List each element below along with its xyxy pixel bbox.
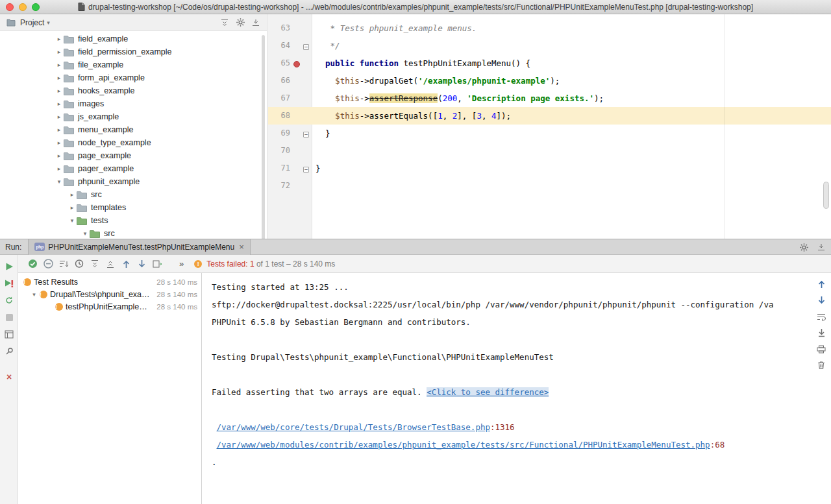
chevron-right-icon[interactable]: ▸ [68, 204, 77, 211]
chevron-right-icon[interactable]: ▸ [55, 36, 64, 42]
chevron-down-icon[interactable]: ▾ [55, 178, 64, 185]
project-tree-item[interactable]: ▸menu_example [0, 123, 262, 136]
test-history-icon[interactable] [152, 259, 162, 269]
close-tab-icon[interactable]: × [239, 242, 244, 252]
editor-line[interactable]: 72 [268, 177, 831, 195]
editor-gutter: 66 [268, 72, 312, 90]
close-run-panel-icon[interactable]: × [4, 372, 14, 382]
project-tree-item[interactable]: ▾src [0, 227, 262, 239]
project-tree-item[interactable]: ▸hooks_example [0, 84, 262, 97]
minimize-window-button[interactable] [19, 3, 27, 11]
hide-run-panel-icon[interactable] [817, 243, 826, 252]
editor[interactable]: 63 * Tests phpunit_example menus.64− */6… [268, 14, 831, 239]
down-stack-trace-icon[interactable] [816, 295, 826, 306]
editor-line[interactable]: 63 * Tests phpunit_example menus. [268, 19, 831, 37]
project-tree-item[interactable]: ▾phpunit_example [0, 175, 262, 188]
chevron-right-icon[interactable]: ▸ [68, 191, 77, 198]
print-icon[interactable] [816, 344, 826, 354]
fold-icon[interactable]: − [303, 132, 309, 138]
hide-passed-icon[interactable] [27, 259, 38, 269]
window-controls [6, 3, 40, 11]
project-tree-item[interactable]: ▸form_api_example [0, 71, 262, 84]
console-link[interactable]: /var/www/web/core/tests/Drupal/Tests/Bro… [217, 422, 490, 432]
code-token: */ [316, 41, 340, 51]
run-label: Run: [5, 243, 21, 252]
console[interactable]: Testing started at 13:25 ...sftp://docke… [203, 273, 831, 504]
up-stack-trace-icon[interactable] [816, 279, 826, 289]
test-tree-row[interactable]: ▾!Drupal\Tests\phpunit_example28 s 140 m… [18, 288, 201, 300]
overflow-chevrons-icon[interactable]: » [179, 259, 184, 269]
project-tree-item[interactable]: ▸field_example [0, 32, 262, 45]
editor-line[interactable]: 67 $this->assertResponse(200, 'Descripti… [268, 90, 831, 107]
chevron-down-icon[interactable]: ▾ [68, 217, 77, 224]
titlebar: drupal-testing-workshop [~/Code/os/drupa… [0, 0, 831, 14]
project-tree-item[interactable]: ▸page_example [0, 149, 262, 162]
failed-test-gutter-icon[interactable] [293, 61, 300, 67]
run-settings-gear-icon[interactable] [799, 243, 809, 252]
sort-by-duration-icon[interactable] [74, 259, 84, 269]
rerun-button[interactable] [4, 261, 14, 272]
chevron-right-icon[interactable]: ▸ [55, 49, 64, 55]
scroll-to-end-icon[interactable] [816, 328, 826, 338]
editor-line[interactable]: 70 [268, 142, 831, 160]
editor-line[interactable]: 65 public function testPhpUnitExampleMen… [268, 54, 831, 72]
console-text: Failed asserting that two arrays are equ… [212, 387, 427, 397]
pin-tab-icon[interactable] [4, 346, 14, 356]
project-tree-item[interactable]: ▸file_example [0, 58, 262, 71]
project-tree-item[interactable]: ▸src [0, 188, 262, 201]
editor-scrollbar[interactable] [823, 182, 829, 209]
editor-line[interactable]: 71−} [268, 160, 831, 177]
soft-wrap-icon[interactable] [816, 311, 826, 322]
project-tree-item[interactable]: ▾tests [0, 214, 262, 227]
sort-alphabetically-icon[interactable] [58, 259, 69, 269]
project-tree-item[interactable]: ▸templates [0, 201, 262, 214]
editor-line[interactable]: 66 $this->drupalGet('/examples/phpunit-e… [268, 72, 831, 90]
hide-panel-icon[interactable] [250, 17, 262, 29]
chevron-down-icon[interactable]: ▾ [47, 19, 50, 26]
test-tree-row[interactable]: !Test Results28 s 140 ms [18, 276, 201, 288]
chevron-right-icon[interactable]: ▸ [55, 114, 64, 120]
clear-console-icon[interactable] [816, 360, 826, 370]
project-tree-item[interactable]: ▸field_permission_example [0, 45, 262, 58]
fold-icon[interactable]: − [303, 167, 309, 173]
run-tab[interactable]: php PHPUnitExampleMenuTest.testPhpUnitEx… [28, 239, 250, 255]
chevron-down-icon[interactable]: ▾ [81, 230, 90, 237]
show-ignored-icon[interactable] [43, 259, 53, 269]
chevron-right-icon[interactable]: ▸ [55, 62, 64, 68]
chevron-right-icon[interactable]: ▸ [55, 101, 64, 107]
fold-icon[interactable]: − [303, 44, 309, 50]
settings-gear-icon[interactable] [234, 17, 246, 29]
test-tree-row[interactable]: !testPhpUnitExampleMenu28 s 140 ms [18, 300, 201, 313]
console-link[interactable]: /var/www/web/modules/contrib/examples/ph… [217, 440, 710, 450]
chevron-right-icon[interactable]: ▸ [55, 139, 64, 146]
rerun-failed-tests-button[interactable] [4, 278, 14, 289]
stop-button[interactable] [4, 312, 14, 322]
close-window-button[interactable] [6, 3, 14, 11]
chevron-right-icon[interactable]: ▸ [55, 126, 64, 133]
chevron-right-icon[interactable]: ▸ [55, 165, 64, 172]
chevron-right-icon[interactable]: ▸ [55, 88, 64, 94]
zoom-window-button[interactable] [32, 3, 40, 11]
project-tree-item[interactable]: ▸pager_example [0, 162, 262, 175]
console-link[interactable]: <Click to see difference> [427, 387, 549, 397]
previous-failed-icon[interactable] [121, 259, 131, 269]
editor-line[interactable]: 64− */ [268, 37, 831, 54]
editor-line[interactable]: 69− } [268, 125, 831, 142]
project-tree-item[interactable]: ▸js_example [0, 110, 262, 123]
next-failed-icon[interactable] [136, 259, 147, 269]
project-panel-title[interactable]: Project [20, 18, 44, 27]
restore-layout-icon[interactable] [4, 329, 14, 339]
project-scrollbar[interactable] [262, 35, 265, 239]
expand-all-icon[interactable] [90, 259, 100, 269]
chevron-right-icon[interactable]: ▸ [55, 152, 64, 159]
collapse-all-icon[interactable] [105, 259, 116, 269]
collapse-all-icon[interactable] [219, 17, 230, 29]
chevron-right-icon[interactable]: ▸ [55, 75, 64, 81]
code-text [312, 142, 316, 160]
toggle-auto-test-icon[interactable] [4, 295, 14, 306]
project-tree-item[interactable]: ▸images [0, 97, 262, 110]
editor-line[interactable]: 68 $this->assertEquals([1, 2], [3, 4]); [268, 107, 831, 125]
project-tree-item[interactable]: ▸node_type_example [0, 136, 262, 149]
chevron-down-icon[interactable]: ▾ [30, 291, 38, 298]
gutter-icon-slot [290, 54, 303, 72]
